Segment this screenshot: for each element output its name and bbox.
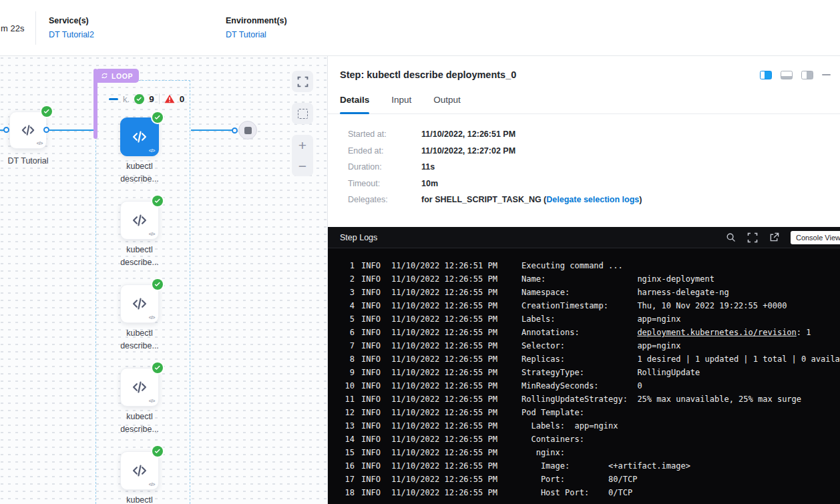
log-line-number[interactable]: 14 (340, 433, 355, 446)
step-label: kubectl describe... (106, 411, 173, 436)
console-header: Step Logs Con (328, 227, 840, 248)
pipeline-end-node[interactable] (238, 121, 257, 140)
log-level: INFO (361, 339, 391, 352)
log-message: CreationTimestamp: Thu, 10 Nov 2022 19:2… (521, 299, 840, 312)
log-line-number[interactable]: 17 (340, 473, 355, 486)
log-level: INFO (361, 286, 391, 299)
edge-line (49, 130, 94, 131)
detail-value: 11/10/2022, 12:27:02 PM (421, 146, 515, 156)
step-node[interactable]: </> (120, 201, 159, 240)
log-level: INFO (361, 406, 391, 419)
log-row: 9 INFO 11/10/2022 12:26:55 PM StrategyTy… (328, 366, 840, 379)
log-line-number[interactable]: 15 (340, 446, 355, 459)
step-type-code-icon: </> (149, 231, 155, 237)
log-line-number[interactable]: 6 (340, 326, 355, 339)
log-message: Image: <+artifact.image> (521, 459, 840, 473)
log-row: 7 INFO 11/10/2022 12:26:55 PM Selector: … (328, 339, 840, 352)
success-check-icon (152, 362, 163, 373)
log-timestamp: 11/10/2022 12:26:55 PM (391, 272, 521, 286)
log-level: INFO (361, 459, 391, 473)
log-message: Namespace: harness-delegate-ng (521, 286, 840, 299)
detail-row: Delegates:for SHELL_SCRIPT_TASK_NG (Dele… (348, 195, 840, 204)
log-message: MinReadySeconds: 0 (521, 379, 840, 393)
stop-icon (244, 127, 252, 134)
log-line-number[interactable]: 9 (340, 366, 355, 379)
stage-node-dt-tutorial[interactable]: </> (9, 111, 47, 149)
divider (35, 11, 36, 45)
step-details-panel: Step: kubectl describe deployments_0 Det… (327, 56, 840, 504)
log-row: 3 INFO 11/10/2022 12:26:55 PM Namespace:… (328, 286, 840, 299)
log-line-number[interactable]: 5 (340, 312, 355, 326)
layout-right-panel-icon[interactable] (801, 71, 813, 79)
log-timestamp: 11/10/2022 12:26:55 PM (391, 286, 521, 299)
log-link[interactable]: deployment.kubernetes.io/revision (637, 328, 796, 337)
search-logs-button[interactable] (726, 232, 736, 242)
minimize-panel-icon[interactable] (822, 74, 831, 75)
step-title: Step: kubectl describe deployments_0 (340, 69, 516, 80)
detail-label: Duration: (348, 162, 421, 172)
tab-details[interactable]: Details (340, 95, 369, 113)
step-logs-console: Step Logs Con (328, 227, 840, 504)
log-line-number[interactable]: 4 (340, 299, 355, 312)
log-message: Port: 80/TCP (521, 473, 840, 486)
log-row: 2 INFO 11/10/2022 12:26:55 PM Name: ngin… (328, 272, 840, 286)
log-line-number[interactable]: 10 (340, 379, 355, 393)
tab-output[interactable]: Output (433, 95, 461, 113)
expand-logs-button[interactable] (747, 232, 758, 243)
step-type-code-icon: </> (149, 148, 155, 154)
console-view-button[interactable]: Console View (791, 231, 840, 244)
log-level: INFO (361, 393, 391, 406)
log-line-number[interactable]: 16 (340, 459, 355, 473)
step-node[interactable]: </> (120, 451, 159, 490)
fullscreen-canvas-button[interactable] (292, 71, 313, 92)
log-line-number[interactable]: 11 (340, 393, 355, 406)
layout-bottom-panel-icon[interactable] (781, 71, 793, 79)
log-timestamp: 11/10/2022 12:26:55 PM (391, 393, 521, 406)
log-level: INFO (361, 473, 391, 486)
step-label: kubectl describe... (106, 494, 173, 504)
log-message: Annotations: deployment.kubernetes.io/re… (521, 326, 840, 339)
log-timestamp: 11/10/2022 12:26:55 PM (391, 419, 521, 433)
pipeline-graph-canvas[interactable]: </> DT Tutorial LOOP k. 9 0 (0, 56, 327, 504)
detail-row: Started at:11/10/2022, 12:26:51 PM (348, 130, 840, 139)
tab-input[interactable]: Input (391, 95, 411, 113)
marquee-select-button[interactable] (292, 103, 313, 124)
layout-split-right-icon[interactable] (760, 71, 772, 79)
log-line-number[interactable]: 7 (340, 339, 355, 352)
step-node[interactable]: </> (120, 284, 159, 323)
zoom-in-button[interactable]: + (292, 135, 313, 156)
log-level: INFO (361, 272, 391, 286)
panel-layout-controls (760, 71, 831, 79)
log-line-number[interactable]: 3 (340, 286, 355, 299)
failed-count: 0 (180, 94, 185, 104)
log-row: 18 INFO 11/10/2022 12:26:55 PM Host Port… (328, 486, 840, 499)
log-line-number[interactable]: 18 (340, 486, 355, 499)
log-line-number[interactable]: 2 (340, 272, 355, 286)
stage-label: DT Tutorial (0, 155, 61, 168)
log-timestamp: 11/10/2022 12:26:55 PM (391, 473, 521, 486)
log-row: 6 INFO 11/10/2022 12:26:55 PM Annotation… (328, 326, 840, 339)
warning-triangle-icon (164, 94, 175, 103)
detail-label: Started at: (348, 130, 421, 139)
log-level: INFO (361, 352, 391, 366)
service-link[interactable]: DT Tutorial2 (49, 30, 94, 39)
services-label: Service(s) (49, 16, 94, 25)
log-line-number[interactable]: 8 (340, 352, 355, 366)
log-level: INFO (361, 259, 391, 272)
log-line-number[interactable]: 12 (340, 406, 355, 419)
step-details-list: Started at:11/10/2022, 12:26:51 PMEnded … (328, 114, 840, 204)
delegate-selection-logs-link[interactable]: Delegate selection logs (546, 195, 639, 204)
log-line-number[interactable]: 1 (340, 259, 355, 272)
fullscreen-icon (747, 232, 758, 243)
tabs: DetailsInputOutput (328, 95, 840, 114)
zoom-out-button[interactable]: − (292, 156, 313, 176)
log-timestamp: 11/10/2022 12:26:55 PM (391, 352, 521, 366)
log-row: 5 INFO 11/10/2022 12:26:55 PM Labels: ap… (328, 312, 840, 326)
collapse-button[interactable] (109, 98, 118, 100)
step-node[interactable]: </> (120, 117, 159, 156)
environment-link[interactable]: DT Tutorial (226, 30, 287, 39)
open-logs-new-tab-button[interactable] (769, 232, 779, 242)
log-line-number[interactable]: 13 (340, 419, 355, 433)
step-node[interactable]: </> (120, 368, 159, 407)
log-message: Labels: app=nginx (521, 419, 840, 433)
